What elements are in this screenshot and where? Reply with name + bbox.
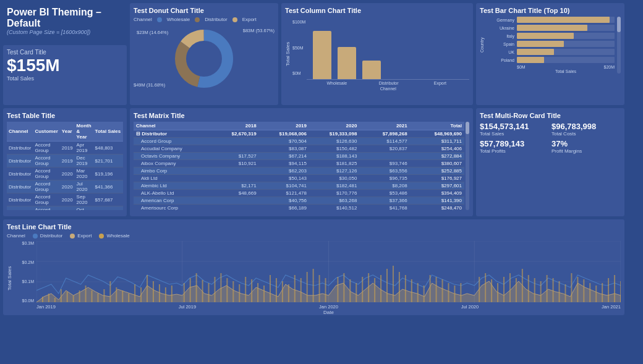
legend-distributor-dot — [195, 17, 200, 22]
line-chart-svg — [36, 241, 621, 303]
column-chart-area: Total Sales $100M $50M $0M — [285, 17, 469, 91]
col-bar-export — [362, 61, 381, 79]
donut-label-distributor: $49M (31.68%) — [134, 82, 165, 88]
y-tick-01: $0.1M — [17, 279, 34, 284]
title-section: Power BI Theming – Default (Custom Page … — [3, 3, 127, 105]
hbar-spain: Spain — [487, 41, 615, 47]
matrix-col-total: Total — [410, 122, 464, 130]
hbar-ukraine: Ukraine — [487, 25, 615, 31]
x-tick-jan2020: Jan 2020 — [319, 304, 338, 310]
matrix-row: Aimbo Corp $62,203 $127,126 $63,556 $252… — [134, 167, 464, 175]
x-label-export: Export — [431, 81, 449, 85]
dashboard-title: Power BI Theming – Default — [7, 7, 123, 29]
distributor-legend-dot — [33, 234, 38, 239]
hbar-label-italy: Italy — [487, 34, 514, 38]
scrollbar-track[interactable] — [617, 17, 621, 74]
x-tick-jan2021: Jan 2021 — [602, 304, 621, 310]
legend-wholesale-dot — [157, 17, 162, 22]
column-x-axis-label: Channel — [307, 87, 469, 91]
line-legend-wholesale: Wholesale — [99, 233, 129, 239]
wholesale-legend-dot — [99, 234, 104, 239]
multirow-total-sales-lbl: Total Sales — [480, 131, 549, 137]
col-bar-distributor — [338, 47, 356, 79]
hbar-fill-uk — [517, 49, 554, 55]
table-panel: Test Table Title Channel Customer Year M… — [3, 108, 127, 216]
column-x-labels: Wholesale Distributor Export — [307, 80, 469, 87]
column-y-ticks: $100M $50M $0M — [292, 20, 307, 75]
hbar-rows: Germany Ukraine Italy — [487, 17, 615, 74]
matrix-col-2021: 2021 — [359, 122, 409, 130]
matrix-row: American Corp $40,756 $63,268 $37,366 $1… — [134, 197, 464, 205]
title-panel: Power BI Theming – Default (Custom Page … — [3, 3, 127, 39]
legend-export-label: Export — [242, 17, 257, 22]
hbar-label-uk: UK — [487, 50, 514, 54]
y-tick-top: $100M — [292, 20, 305, 24]
column-chart-inner: Wholesale Distributor Export Channel — [307, 17, 469, 91]
column-chart-panel: Test Column Chart Title Total Sales $100… — [281, 3, 473, 105]
table-row: DistributorAccord Group2020Mar 2020$19,1… — [7, 167, 123, 180]
line-legend-channel: Channel — [7, 233, 25, 239]
table-row: DistributorAccord Group2020Oct 2020$11,6… — [7, 206, 123, 211]
col-bar-wholesale-rect — [313, 31, 331, 79]
distributor-legend-label: Distributor — [40, 233, 62, 239]
matrix-col-channel: Channel — [134, 122, 213, 130]
card-title: Test Card Title — [7, 49, 123, 56]
col-customer: Customer — [33, 122, 59, 142]
multirow-total-sales: $154,573,141 Total Sales — [480, 122, 549, 137]
matrix-scrollbar-track[interactable] — [466, 122, 469, 210]
legend-wholesale-label: Wholesale — [167, 17, 190, 22]
x-tick-jul2019: Jul 2019 — [179, 304, 196, 310]
column-bars-container — [307, 17, 469, 80]
x-label-wholesale: Wholesale — [327, 81, 346, 85]
multirow-total-costs-val: $96,783,998 — [551, 122, 621, 131]
y-tick-02: $0.2M — [17, 260, 34, 265]
donut-chart-panel: Test Donut Chart Title Channel Wholesale… — [130, 3, 278, 105]
line-x-ticks: Jan 2019 Jul 2019 Jan 2020 Jul 2020 Jan … — [36, 304, 621, 310]
line-legend-distributor: Distributor — [33, 233, 62, 239]
donut-title: Test Donut Chart Title — [134, 7, 275, 14]
line-chart-panel: Test Line Chart Title Channel Distributo… — [3, 219, 624, 315]
hbar-track-germany — [517, 17, 615, 23]
matrix-title: Test Matrix Title — [134, 112, 469, 119]
line-chart-inner: Jan 2019 Jul 2019 Jan 2020 Jul 2020 Jan … — [36, 241, 621, 315]
hbar-fill-germany — [517, 17, 610, 23]
matrix-row: Aibox Company $10,921 $94,115 $181,825 $… — [134, 160, 464, 167]
multirow-profit-margins-val: 37% — [551, 139, 621, 148]
hbar-track-uk — [517, 49, 615, 55]
line-y-ticks: $0.3M $0.2M $0.1M $0.0M — [17, 241, 34, 303]
card-value: $155M — [7, 56, 123, 75]
line-y-label: Total Sales — [7, 241, 14, 315]
table-row: DistributorAccord Group2020Sep 2020$57,6… — [7, 193, 123, 206]
column-y-label: Total Sales — [285, 17, 292, 91]
table-row: DistributorAccord Group2019Dec 2019$21,7… — [7, 154, 123, 167]
hbar-fill-italy — [517, 33, 574, 39]
export-legend-label: Export — [77, 233, 92, 239]
hbar-fill-poland — [517, 57, 544, 63]
hbar-track-italy — [517, 33, 615, 39]
table-title: Test Table Title — [7, 112, 123, 119]
legend-channel-label: Channel — [134, 17, 152, 22]
matrix-group-distributor: ⊟ Distributor $2,670,319 $19,068,006 $19… — [134, 130, 464, 138]
donut-label-wholesale: $83M (53.67%) — [243, 28, 275, 33]
matrix-row: ALK-Abello Ltd $48,669 $121,478 $170,776… — [134, 190, 464, 197]
col-bar-export-rect — [362, 61, 381, 79]
y-tick-bot: $0M — [292, 71, 305, 75]
hbar-track-spain — [517, 41, 615, 47]
multirow-total-profits-val: $57,789,143 — [480, 139, 549, 148]
scrollbar-thumb[interactable] — [617, 17, 621, 32]
matrix-scrollbar-thumb[interactable] — [466, 122, 469, 134]
x-label-distributor: Distributor — [379, 81, 398, 85]
card-panel: Test Card Title $155M Total Sales — [3, 45, 127, 105]
line-legend-export: Export — [70, 233, 92, 239]
table-container[interactable]: Channel Customer Year Month & Year Total… — [7, 122, 123, 210]
x-tick-jan2019: Jan 2019 — [36, 304, 56, 310]
matrix-container[interactable]: Channel 2018 2019 2020 2021 Total ⊟ Dist… — [134, 122, 469, 210]
multirow-profit-margins-lbl: Profit Margins — [551, 148, 621, 154]
bar-x-label: Total Sales — [517, 69, 615, 74]
bar-y-label: Country — [480, 17, 484, 74]
col-channel: Channel — [7, 122, 33, 142]
hbar-uk: UK — [487, 49, 615, 55]
hbar-label-spain: Spain — [487, 42, 514, 46]
matrix-row: Aldi Ltd $50,143 $30,050 $96,735 $176,92… — [134, 175, 464, 182]
donut-svg — [170, 25, 238, 93]
